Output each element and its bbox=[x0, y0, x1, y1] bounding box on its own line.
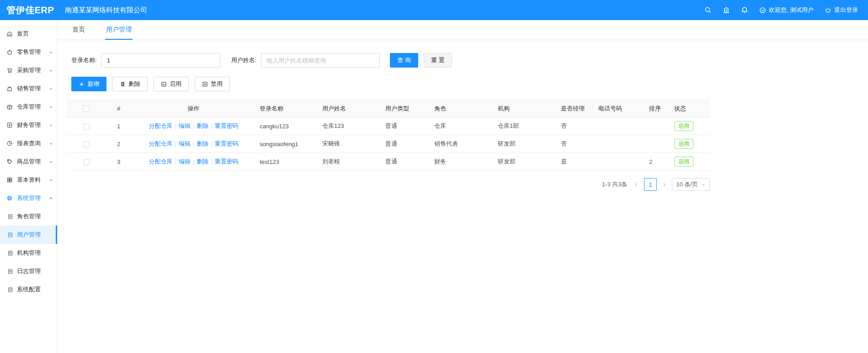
cell-manager: 是 bbox=[557, 153, 595, 171]
cell-phone bbox=[595, 135, 645, 153]
tab-home[interactable]: 首页 bbox=[71, 20, 86, 40]
sidebar-item-org-management[interactable]: 机构管理 bbox=[0, 244, 57, 262]
chevron-up-icon bbox=[48, 196, 53, 201]
sidebar-item-finance[interactable]: 财务管理 bbox=[0, 116, 57, 134]
chevron-down-icon bbox=[48, 141, 53, 146]
bell-icon[interactable] bbox=[741, 6, 748, 14]
sidebar-item-system-config[interactable]: 系统配置 bbox=[0, 280, 57, 299]
document-icon bbox=[7, 232, 13, 238]
pagination-total: 1-3 共3条 bbox=[602, 180, 628, 189]
plus-icon bbox=[79, 81, 85, 87]
login-name-input[interactable] bbox=[101, 53, 220, 68]
bag-icon bbox=[6, 85, 13, 92]
company-name: 南通某某网络科技有限公司 bbox=[65, 6, 147, 15]
select-all-checkbox[interactable] bbox=[83, 105, 90, 112]
logout-button[interactable]: 退出登录 bbox=[825, 6, 858, 14]
assign-warehouse-link[interactable]: 分配仓库 bbox=[149, 122, 172, 129]
cell-type: 普通 bbox=[382, 153, 431, 171]
user-check-icon bbox=[759, 7, 766, 14]
assign-warehouse-link[interactable]: 分配仓库 bbox=[149, 140, 172, 147]
assign-warehouse-link[interactable]: 分配仓库 bbox=[149, 158, 172, 165]
search-icon[interactable] bbox=[704, 6, 712, 14]
prev-page-button[interactable] bbox=[634, 182, 639, 188]
logout-text: 退出登录 bbox=[834, 6, 858, 14]
enable-button-label: 启用 bbox=[170, 80, 181, 88]
cell-login: songxiaofeng1 bbox=[256, 135, 319, 153]
retail-icon bbox=[6, 49, 13, 55]
edit-link[interactable]: 编辑 bbox=[179, 122, 191, 129]
cart-icon bbox=[6, 67, 13, 74]
edit-link[interactable]: 编辑 bbox=[179, 158, 191, 165]
cell-login: test123 bbox=[256, 153, 319, 171]
op-separator: | bbox=[193, 158, 194, 165]
tab-user-management[interactable]: 用户管理 bbox=[105, 20, 133, 40]
reset-button[interactable]: 重 置 bbox=[424, 53, 452, 68]
sidebar-item-system[interactable]: 系统管理 bbox=[0, 189, 57, 207]
finance-icon bbox=[6, 122, 13, 128]
op-separator: | bbox=[193, 122, 194, 129]
page-number-button[interactable]: 1 bbox=[644, 178, 657, 191]
sidebar-item-label: 零售管理 bbox=[17, 48, 41, 56]
row-checkbox[interactable] bbox=[83, 123, 90, 130]
sidebar-item-label: 首页 bbox=[17, 30, 29, 38]
sidebar-item-log-management[interactable]: 日志管理 bbox=[0, 262, 57, 280]
sidebar-item-warehouse[interactable]: 仓库管理 bbox=[0, 98, 57, 116]
trash-icon bbox=[120, 81, 126, 87]
table-toolbar: 新增 删除 启用 禁用 bbox=[71, 77, 859, 91]
query-button[interactable]: 查 询 bbox=[390, 53, 418, 68]
cell-role: 销售代表 bbox=[431, 135, 494, 153]
sidebar: 首页 零售管理 采购管理 销售管理 仓库管理 财务管理 bbox=[0, 20, 58, 353]
user-name-input[interactable] bbox=[261, 53, 380, 68]
login-name-label: 登录名称: bbox=[71, 56, 97, 64]
sidebar-item-label: 系统管理 bbox=[17, 194, 41, 202]
cell-name: 宋晓锋 bbox=[319, 135, 382, 153]
row-checkbox[interactable] bbox=[83, 141, 90, 148]
delete-link[interactable]: 删除 bbox=[197, 122, 208, 129]
chevron-left-icon bbox=[634, 182, 639, 188]
delete-button-label: 删除 bbox=[128, 80, 140, 88]
home-icon[interactable] bbox=[723, 6, 730, 14]
tab-label: 首页 bbox=[72, 26, 85, 34]
welcome-user[interactable]: 欢迎您, 测试用户 bbox=[759, 6, 814, 14]
delete-link[interactable]: 删除 bbox=[197, 140, 208, 147]
user-table: # 操作 登录名称 用户姓名 用户类型 角色 机构 是否经理 电话号码 排序 状… bbox=[67, 100, 710, 171]
add-button[interactable]: 新增 bbox=[71, 77, 107, 91]
cell-sort bbox=[645, 117, 671, 135]
cell-operations: 分配仓库|编辑|删除|重置密码 bbox=[131, 153, 256, 171]
reset-password-link[interactable]: 重置密码 bbox=[215, 158, 239, 165]
disable-button[interactable]: 禁用 bbox=[195, 77, 230, 91]
sidebar-item-home[interactable]: 首页 bbox=[0, 25, 57, 43]
sidebar-item-sales[interactable]: 销售管理 bbox=[0, 79, 57, 98]
cell-status: 启用 bbox=[671, 135, 710, 153]
tab-bar: 首页 用户管理 bbox=[58, 20, 868, 40]
chevron-down-icon bbox=[48, 178, 53, 183]
sidebar-item-reports[interactable]: 报表查询 bbox=[0, 134, 57, 153]
delete-button[interactable]: 删除 bbox=[112, 77, 148, 91]
chevron-down-icon bbox=[48, 159, 53, 164]
table-row: 2 分配仓库|编辑|删除|重置密码 songxiaofeng1 宋晓锋 普通 销… bbox=[67, 135, 710, 153]
next-page-button[interactable] bbox=[661, 182, 667, 188]
enable-button[interactable]: 启用 bbox=[154, 77, 189, 91]
row-checkbox[interactable] bbox=[83, 159, 90, 165]
reset-password-link[interactable]: 重置密码 bbox=[215, 122, 239, 129]
app-logo: 管伊佳ERP bbox=[0, 4, 58, 16]
reset-password-link[interactable]: 重置密码 bbox=[215, 140, 239, 147]
content-area: 登录名称: 用户姓名: 查 询 重 置 新增 删除 启用 bbox=[58, 40, 868, 191]
sidebar-item-user-management[interactable]: 用户管理 bbox=[0, 226, 57, 244]
add-button-label: 新增 bbox=[87, 80, 99, 88]
delete-link[interactable]: 删除 bbox=[197, 158, 208, 165]
sidebar-item-products[interactable]: 商品管理 bbox=[0, 153, 57, 171]
top-bar: 管伊佳ERP 南通某某网络科技有限公司 欢迎您, 测试用户 退出登录 bbox=[0, 0, 868, 20]
reset-button-label: 重 置 bbox=[431, 56, 445, 64]
col-header-op: 操作 bbox=[131, 100, 256, 117]
sidebar-item-retail[interactable]: 零售管理 bbox=[0, 43, 57, 61]
main-area: 首页 用户管理 登录名称: 用户姓名: 查 询 重 置 新增 bbox=[58, 20, 868, 353]
cell-role: 仓库 bbox=[431, 117, 494, 135]
sidebar-item-purchase[interactable]: 采购管理 bbox=[0, 61, 57, 79]
page-size-select[interactable]: 10 条/页 bbox=[672, 178, 710, 191]
edit-link[interactable]: 编辑 bbox=[179, 140, 191, 147]
cell-name: 仓库123 bbox=[319, 117, 382, 135]
sidebar-item-basic-data[interactable]: 基本资料 bbox=[0, 171, 57, 189]
logout-icon bbox=[825, 7, 831, 14]
sidebar-item-role-management[interactable]: 角色管理 bbox=[0, 207, 57, 226]
